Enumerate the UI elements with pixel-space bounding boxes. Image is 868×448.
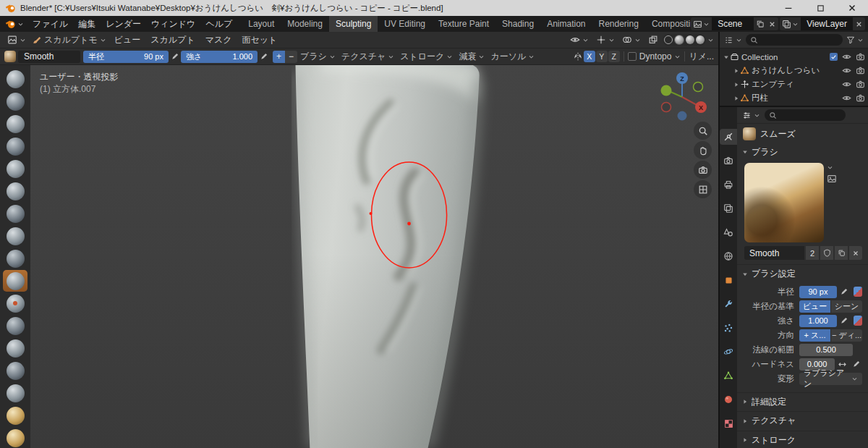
sculpt-brush-scrape-icon[interactable] xyxy=(3,315,27,337)
maximize-button[interactable] xyxy=(804,0,836,16)
new-scene-button[interactable] xyxy=(754,17,766,30)
gizmos-dropdown[interactable] xyxy=(593,35,618,45)
perspective-toggle-button[interactable] xyxy=(694,180,712,198)
tab-rendering[interactable]: Rendering xyxy=(592,16,645,32)
navigation-gizmo[interactable]: Z X xyxy=(656,69,708,122)
gizmo-z-neg-axis[interactable] xyxy=(678,111,687,121)
shading-dropdown-icon[interactable] xyxy=(707,37,714,43)
sculpt-brush-clay-strips-icon[interactable] xyxy=(3,135,27,157)
camera-view-button[interactable] xyxy=(694,161,712,179)
minimize-button[interactable] xyxy=(773,0,804,16)
tab-compositing[interactable]: Compositing xyxy=(645,16,691,32)
camera-icon[interactable] xyxy=(856,66,865,75)
xray-toggle[interactable] xyxy=(645,35,661,45)
brush-datablock-icon[interactable] xyxy=(4,51,16,62)
unified-strength-icon[interactable] xyxy=(854,316,862,326)
strength-pressure-button[interactable] xyxy=(838,315,851,327)
sculpt-brush-blob-icon[interactable] xyxy=(3,203,27,224)
mirror-z-button[interactable]: Z xyxy=(608,51,620,62)
tab-particles[interactable] xyxy=(720,320,737,336)
brush-panel-header[interactable]: ブラシ xyxy=(737,144,868,160)
tab-uv-editing[interactable]: UV Editing xyxy=(378,16,432,32)
radius-slider[interactable]: 半径 90 px xyxy=(83,51,169,63)
unlink-scene-button[interactable] xyxy=(766,17,778,30)
sculpted-mesh[interactable] xyxy=(30,65,718,448)
viewport-3d[interactable]: ユーザー・透視投影 (1) 立方体.007 xyxy=(30,65,718,448)
direction-smooth-button[interactable]: + ス... xyxy=(799,329,831,342)
disclosure-right-icon[interactable] xyxy=(733,81,740,88)
tab-layout[interactable]: Layout xyxy=(242,16,281,32)
tab-object-data[interactable] xyxy=(720,368,737,384)
outliner-editor-type-button[interactable] xyxy=(723,32,744,48)
sculpt-brush-thumb-icon[interactable] xyxy=(3,382,27,404)
sculpt-brush-clay-icon[interactable] xyxy=(3,113,27,135)
tab-material[interactable] xyxy=(720,392,737,407)
mirror-x-button[interactable]: X xyxy=(584,51,595,62)
object-visibility-dropdown[interactable] xyxy=(567,35,592,45)
mirror-y-button[interactable]: Y xyxy=(596,51,608,62)
camera-icon[interactable] xyxy=(856,93,865,103)
shading-wireframe-button[interactable] xyxy=(664,35,673,44)
zoom-button[interactable] xyxy=(694,122,712,140)
tab-output[interactable] xyxy=(720,177,737,193)
brush-popover[interactable]: ブラシ xyxy=(297,48,339,64)
disclosure-down-icon[interactable] xyxy=(723,54,730,61)
strength-slider[interactable]: 1.000 xyxy=(799,315,837,327)
brush-settings-panel-header[interactable]: ブラシ設定 xyxy=(737,266,868,282)
outliner-search-input[interactable] xyxy=(746,34,843,46)
sculpt-brush-smooth-icon[interactable] xyxy=(3,270,27,292)
scene-name-field[interactable]: Scene xyxy=(712,17,754,30)
blender-app-menu[interactable] xyxy=(0,19,27,30)
direction-subtract-button[interactable]: − xyxy=(285,51,297,63)
duplicate-brush-button[interactable] xyxy=(835,246,848,260)
sculpt-brush-draw-icon[interactable] xyxy=(3,68,27,90)
shading-solid-button[interactable] xyxy=(674,35,684,45)
shading-rendered-button[interactable] xyxy=(696,35,705,44)
radius-slider[interactable]: 90 px xyxy=(799,286,837,298)
tab-object[interactable] xyxy=(720,272,737,288)
tab-physics[interactable] xyxy=(720,344,737,360)
hardness-pressure-button[interactable] xyxy=(850,358,862,371)
eye-icon[interactable] xyxy=(842,80,851,89)
sculpt-brush-snake-hook-icon[interactable] xyxy=(3,360,27,381)
tab-texture[interactable] xyxy=(720,415,737,431)
falloff-popover[interactable]: 減衰 xyxy=(456,48,488,64)
sculpt-brush-cloth-icon[interactable] xyxy=(3,427,27,448)
eye-icon[interactable] xyxy=(842,52,851,62)
brush-select-dropdown-icon[interactable] xyxy=(827,164,833,171)
sculpt-brush-pose-icon[interactable] xyxy=(3,405,27,426)
sculpt-brush-crease-icon[interactable] xyxy=(3,225,27,247)
collection-checkbox[interactable] xyxy=(830,53,838,61)
brush-image-icon[interactable] xyxy=(827,174,837,184)
brush-name-field[interactable]: Smooth xyxy=(744,246,804,260)
browse-view-layer-button[interactable] xyxy=(780,17,801,30)
radius-unit-scene-button[interactable]: シーン xyxy=(831,300,862,313)
dyntopo-checkbox[interactable] xyxy=(628,52,637,61)
brush-preview-image[interactable] xyxy=(744,163,824,242)
menu-view[interactable]: ビュー xyxy=(109,34,146,46)
gizmo-y-axis[interactable] xyxy=(661,85,672,96)
cursor-popover[interactable]: カーソル xyxy=(488,48,537,64)
direction-add-button[interactable]: + xyxy=(273,51,285,63)
tab-modifiers[interactable] xyxy=(720,296,737,312)
sculpt-brush-flatten-icon[interactable] xyxy=(3,292,27,314)
tab-view-layer[interactable] xyxy=(720,200,737,216)
outliner-row-object[interactable]: おうけんしつらい xyxy=(720,64,868,77)
remove-view-layer-button[interactable] xyxy=(853,17,865,30)
sculpt-brush-grab-icon[interactable] xyxy=(3,248,27,269)
outliner-row-cylinder[interactable]: 円柱 xyxy=(720,91,868,105)
sculpt-brush-inflate-icon[interactable] xyxy=(3,180,27,202)
tab-texture-paint[interactable]: Texture Paint xyxy=(432,16,495,32)
strength-pressure-button[interactable] xyxy=(258,51,270,63)
advanced-panel-header[interactable]: 詳細設定 xyxy=(737,394,868,410)
normal-radius-slider[interactable]: 0.500 xyxy=(799,344,853,356)
stroke-popover[interactable]: ストローク xyxy=(397,48,456,64)
menu-edit[interactable]: 編集 xyxy=(73,16,101,32)
eye-icon[interactable] xyxy=(842,93,851,103)
tab-scene[interactable] xyxy=(720,224,737,240)
menu-render[interactable]: レンダー xyxy=(101,16,146,32)
radius-unit-view-button[interactable]: ビュー xyxy=(799,300,831,313)
sculpt-brush-layer-icon[interactable] xyxy=(3,158,27,179)
strength-slider[interactable]: 強さ 1.000 xyxy=(181,51,258,63)
close-button[interactable] xyxy=(836,0,868,16)
